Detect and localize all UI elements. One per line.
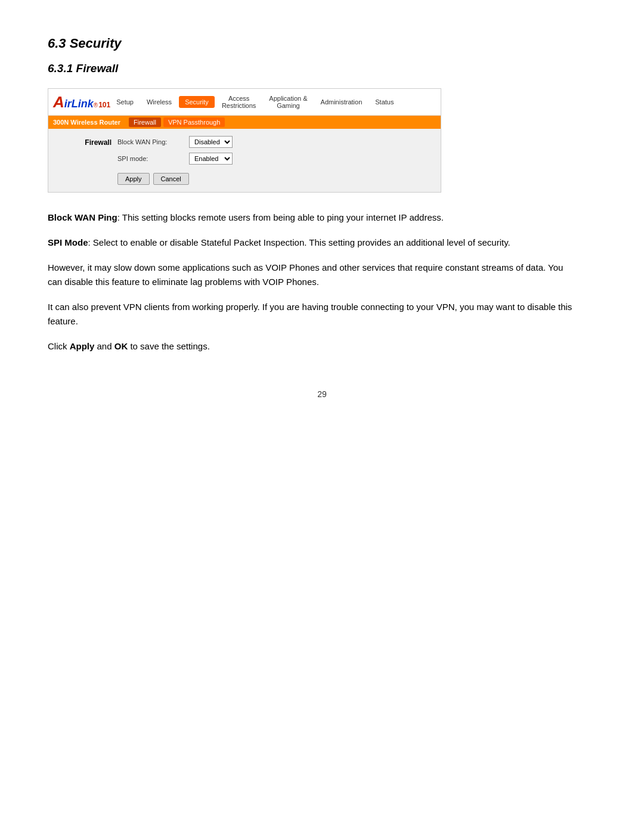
router-content: Firewall Block WAN Ping: Disabled Enable… xyxy=(48,129,441,192)
logo-main: A irLink ® 101 xyxy=(53,93,110,112)
spi-mode-row: SPI mode: Enabled Disabled xyxy=(117,153,431,165)
router-header: A irLink ® 101 Setup Wireless Security A… xyxy=(48,89,441,116)
apply-bold: Apply xyxy=(70,341,95,351)
router-logo: A irLink ® 101 xyxy=(53,93,110,112)
spi-mode-select[interactable]: Enabled Disabled xyxy=(189,153,233,165)
ok-bold: OK xyxy=(114,341,128,351)
apply-button[interactable]: Apply xyxy=(117,173,150,185)
router-subheader: 300N Wireless Router Firewall VPN Passth… xyxy=(48,116,441,129)
vpn-description: It can also prevent VPN clients from wor… xyxy=(48,300,572,329)
block-wan-ping-label: Block WAN Ping: xyxy=(117,138,183,145)
router-model-label: 300N Wireless Router xyxy=(53,119,120,126)
voip-description: However, it may slow down some applicati… xyxy=(48,261,572,289)
nav-status[interactable]: Status xyxy=(369,96,400,108)
page-number: 29 xyxy=(48,389,596,399)
nav-security[interactable]: Security xyxy=(179,96,215,108)
cancel-button[interactable]: Cancel xyxy=(153,173,189,185)
section-title: 6.3 Security xyxy=(48,36,572,51)
nav-tabs: Setup Wireless Security AccessRestrictio… xyxy=(110,92,436,112)
spi-mode-bold: SPI Mode xyxy=(48,237,88,247)
block-wan-ping-description: Block WAN Ping: This setting blocks remo… xyxy=(48,210,572,225)
nav-administration[interactable]: Administration xyxy=(315,96,369,108)
logo-star: ® xyxy=(94,102,98,109)
logo-irlink-text: irLink xyxy=(64,98,94,110)
nav-access-restrictions[interactable]: AccessRestrictions xyxy=(216,92,262,112)
block-wan-ping-bold: Block WAN Ping xyxy=(48,212,117,222)
content-main: Block WAN Ping: Disabled Enabled SPI mod… xyxy=(117,136,431,185)
subsection-title: 6.3.1 Firewall xyxy=(48,62,572,75)
nav-setup[interactable]: Setup xyxy=(110,96,140,108)
router-ui-screenshot: A irLink ® 101 Setup Wireless Security A… xyxy=(48,88,441,193)
save-text: to save the settings. xyxy=(128,341,210,351)
spi-mode-text: : Select to enable or disable Stateful P… xyxy=(88,237,510,247)
block-wan-ping-select[interactable]: Disabled Enabled xyxy=(189,136,233,148)
block-wan-ping-row: Block WAN Ping: Disabled Enabled xyxy=(117,136,431,148)
nav-app-gaming[interactable]: Application &Gaming xyxy=(263,92,313,112)
content-sidebar-label: Firewall xyxy=(58,136,117,185)
nav-wireless[interactable]: Wireless xyxy=(141,96,178,108)
logo-a-letter: A xyxy=(53,93,64,112)
spi-mode-description: SPI Mode: Select to enable or disable St… xyxy=(48,236,572,250)
sub-tab-vpn-passthrough[interactable]: VPN Passthrough xyxy=(163,117,225,127)
logo-101: 101 xyxy=(98,101,110,109)
button-row: Apply Cancel xyxy=(117,173,431,185)
apply-ok-instruction: Click Apply and OK to save the settings. xyxy=(48,339,572,354)
click-text: Click xyxy=(48,341,70,351)
and-text: and xyxy=(94,341,114,351)
block-wan-ping-text: : This setting blocks remote users from … xyxy=(117,212,444,222)
sub-tab-firewall[interactable]: Firewall xyxy=(129,117,161,127)
spi-mode-label: SPI mode: xyxy=(117,155,183,162)
